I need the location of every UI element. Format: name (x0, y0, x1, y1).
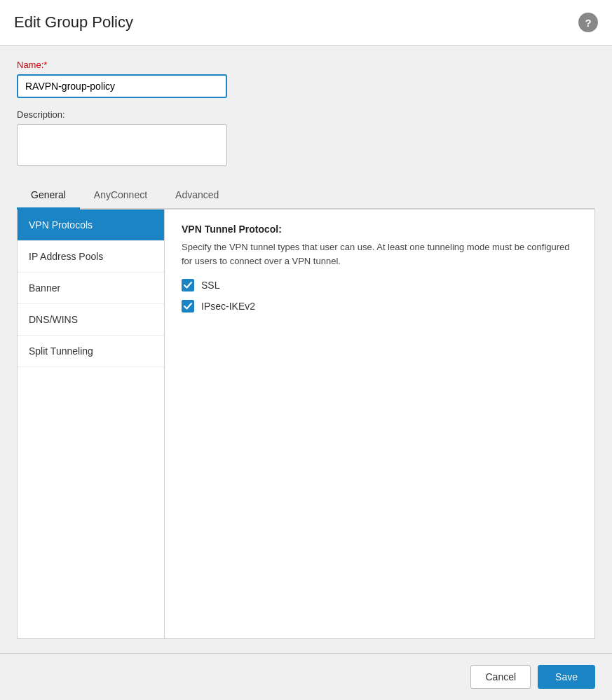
save-button[interactable]: Save (538, 665, 595, 689)
ipsec-checkbox-row: IPsec-IKEv2 (182, 300, 578, 313)
dialog-title: Edit Group Policy (14, 13, 133, 32)
dialog-header: Edit Group Policy ? (0, 0, 612, 46)
sidebar-item-ip-address-pools[interactable]: IP Address Pools (18, 241, 164, 273)
sidebar-item-dns-wins[interactable]: DNS/WINS (18, 304, 164, 336)
name-input[interactable] (17, 74, 227, 98)
ipsec-label: IPsec-IKEv2 (201, 301, 255, 312)
edit-group-policy-dialog: Edit Group Policy ? Name:* Description: … (0, 0, 612, 700)
protocol-title: VPN Tunnel Protocol: (182, 224, 578, 235)
sidebar-item-split-tunneling[interactable]: Split Tunneling (18, 336, 164, 367)
sidebar-item-vpn-protocols[interactable]: VPN Protocols (18, 210, 164, 241)
main-panel: VPN Tunnel Protocol: Specify the VPN tun… (165, 210, 594, 638)
checkmark-icon (184, 281, 192, 289)
description-field-group: Description: (17, 109, 595, 168)
tabs-row: General AnyConnect Advanced (17, 182, 595, 210)
tab-general[interactable]: General (17, 182, 80, 210)
name-field-group: Name:* (17, 60, 595, 98)
ssl-checkbox-row: SSL (182, 279, 578, 291)
dialog-body: Name:* Description: General AnyConnect A… (0, 46, 612, 653)
description-input[interactable] (17, 124, 227, 166)
help-icon[interactable]: ? (578, 13, 598, 32)
ipsec-checkbox[interactable] (182, 300, 194, 313)
cancel-button[interactable]: Cancel (470, 665, 531, 689)
dialog-footer: Cancel Save (0, 653, 612, 700)
tab-advanced[interactable]: Advanced (161, 182, 233, 210)
description-label: Description: (17, 109, 595, 120)
sidebar: VPN Protocols IP Address Pools Banner DN… (18, 210, 165, 638)
protocol-desc: Specify the VPN tunnel types that user c… (182, 240, 574, 268)
name-label: Name:* (17, 60, 595, 70)
checkmark-icon (184, 302, 192, 310)
tab-anyconnect[interactable]: AnyConnect (80, 182, 161, 210)
ssl-checkbox[interactable] (182, 279, 194, 291)
ssl-label: SSL (201, 280, 219, 291)
tab-content-area: VPN Protocols IP Address Pools Banner DN… (17, 210, 595, 639)
sidebar-item-banner[interactable]: Banner (18, 273, 164, 304)
